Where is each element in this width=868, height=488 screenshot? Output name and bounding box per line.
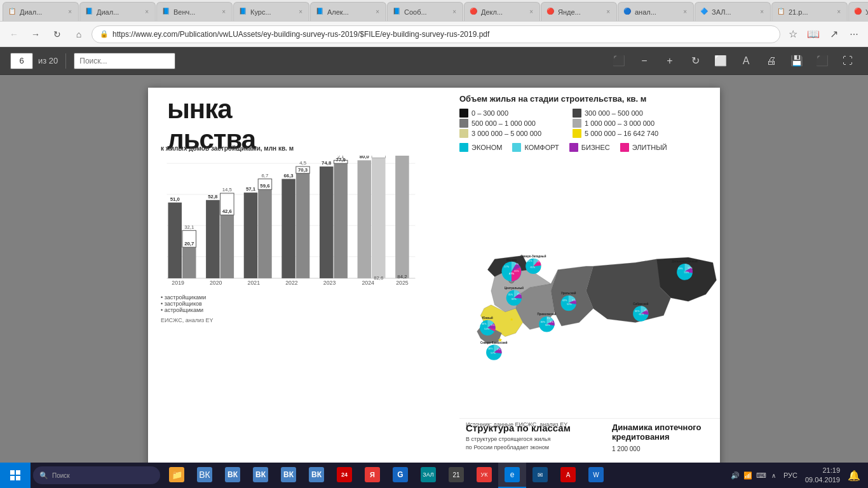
taskbar-app-edge[interactable]: e	[498, 463, 526, 488]
tab-9[interactable]: 🔵 анал... ×	[618, 2, 694, 21]
tab-3[interactable]: 📘 Венч... ×	[156, 2, 233, 21]
svg-text:60%: 60%	[512, 297, 517, 301]
rotation-button[interactable]: ↻	[685, 51, 705, 71]
tab-close-5[interactable]: ×	[374, 8, 381, 16]
zoom-out-button[interactable]: −	[634, 51, 654, 71]
taskbar-app-zal[interactable]: ЗАЛ	[414, 463, 442, 488]
taskbar-app-vk5[interactable]: ВК	[302, 463, 330, 488]
pie-north-caucasus: Северо-Кавказский 57% 38% 2%	[480, 341, 508, 360]
vk-icon-1: ВК	[197, 467, 212, 482]
svg-text:★: ★	[498, 337, 503, 343]
taskbar-app-google[interactable]: G	[386, 463, 414, 488]
comfort-label: КОМФОРТ	[524, 144, 559, 151]
taskbar-app-vk3[interactable]: ВК	[247, 463, 275, 488]
taskbar-search[interactable]: 🔍 Поиск	[33, 466, 160, 484]
taskbar-app-21[interactable]: 21	[442, 463, 470, 488]
tab-5[interactable]: 📘 Алек... ×	[310, 2, 386, 21]
svg-text:12%: 12%	[688, 266, 693, 269]
favorite-button[interactable]: ☆	[784, 25, 802, 43]
taskbar-app-vk4[interactable]: ВК	[275, 463, 302, 488]
tab-close-2[interactable]: ×	[144, 8, 150, 16]
save-button[interactable]: 💾	[787, 51, 807, 71]
structure-title: Структура по классам	[466, 423, 599, 433]
taskbar-app-vk1[interactable]: ВК	[191, 463, 219, 488]
legend-item-1: 0 – 300 000	[459, 109, 562, 118]
back-button[interactable]: ←	[5, 25, 23, 43]
taskbar-expand-button[interactable]: ∧	[771, 472, 776, 479]
taskbar-app-word[interactable]: W	[582, 463, 610, 488]
menu-button[interactable]: ···	[845, 25, 863, 43]
tab-label-3: Венч...	[173, 8, 218, 16]
svg-text:25%: 25%	[527, 259, 532, 262]
tab-2[interactable]: 📘 Диал... ×	[79, 2, 156, 21]
tab-11[interactable]: 📋 21.р... ×	[771, 2, 848, 21]
fullscreen-button[interactable]: ⛶	[837, 51, 858, 71]
reading-mode-button[interactable]: 📖	[804, 25, 822, 43]
taskbar-app-24[interactable]: 24	[330, 463, 358, 488]
taskbar-app-yandex[interactable]: Я	[358, 463, 386, 488]
tab-close-8[interactable]: ×	[605, 8, 611, 16]
legend-class: ЭКОНОМ КОМФОРТ БИЗНЕС ЭЛИТНЫЙ	[459, 143, 675, 152]
refresh-button[interactable]: ↻	[48, 25, 66, 43]
select-tool-button[interactable]: ⬜	[710, 51, 731, 71]
address-text: https://www.ey.com/Publication/vwLUAsset…	[112, 30, 772, 39]
svg-text:9%: 9%	[537, 260, 541, 263]
home-button[interactable]: ⌂	[70, 25, 88, 43]
pdf-search-box[interactable]	[74, 53, 175, 69]
tab-7[interactable]: 🔴 Декл... ×	[464, 2, 540, 21]
taskbar-app-outlook[interactable]: ✉	[526, 463, 554, 488]
bar-chart-svg: 51,0 20,7 32,1 2019 52,8 42,6	[148, 156, 428, 289]
taskbar-app-uk[interactable]: УК	[470, 463, 498, 488]
tab-close-9[interactable]: ×	[682, 8, 688, 16]
fit-page-button[interactable]: ⬛	[609, 51, 629, 71]
system-tray-icons: 🔊 📶 ⌨	[731, 471, 766, 480]
tab-10[interactable]: 🔷 ЗАЛ... ×	[695, 2, 771, 21]
tab-close-1[interactable]: ×	[67, 8, 73, 16]
svg-text:36%: 36%	[482, 322, 487, 325]
tab-label-1: Диал...	[20, 8, 64, 16]
text-tool-button[interactable]: A	[736, 51, 756, 71]
tab-favicon-8: 🔴	[546, 8, 555, 17]
zoom-in-button[interactable]: +	[660, 51, 680, 71]
tab-close-3[interactable]: ×	[220, 8, 227, 16]
svg-text:20,7: 20,7	[184, 241, 194, 247]
legend-item-6: 5 000 000 – 16 642 740	[573, 129, 675, 138]
print-button[interactable]: 🖨	[761, 51, 782, 71]
region-ural	[551, 266, 593, 326]
uk-icon: УК	[477, 467, 492, 482]
share-button[interactable]: ↗	[825, 25, 843, 43]
pdf-page-input[interactable]	[10, 53, 33, 69]
pdf-search-input[interactable]	[79, 57, 170, 65]
svg-text:2022: 2022	[285, 280, 298, 286]
lock-icon: 🔒	[100, 30, 109, 38]
yandex-icon: Я	[365, 467, 380, 482]
tab-1[interactable]: 📋 Диал... ×	[3, 2, 79, 21]
elite-label: ЭЛИТНЫЙ	[632, 144, 667, 151]
address-bar[interactable]: 🔒 https://www.ey.com/Publication/vwLUAss…	[92, 25, 780, 43]
tab-label-8: Янде...	[558, 8, 602, 16]
browser-window: 📋 Диал... × 📘 Диал... × 📘 Венч... × 📘 Ку…	[0, 0, 868, 463]
tab-favicon-5: 📘	[316, 8, 325, 17]
tab-close-4[interactable]: ×	[297, 8, 304, 16]
tab-label-5: Алек...	[327, 8, 372, 16]
svg-text:36%: 36%	[540, 320, 545, 323]
tab-12[interactable]: 🔴 УК «... ×	[848, 2, 868, 21]
tab-4[interactable]: 📘 Курс... ×	[233, 2, 309, 21]
svg-text:32,1: 32,1	[184, 224, 194, 230]
tab-close-7[interactable]: ×	[528, 8, 534, 16]
tab-6[interactable]: 📘 Сооб... ×	[387, 2, 463, 21]
forward-button[interactable]: →	[27, 25, 44, 43]
tab-8[interactable]: 🔴 Янде... ×	[541, 2, 617, 21]
legend-label-2: 300 000 – 500 000	[585, 109, 643, 117]
start-button[interactable]	[0, 463, 31, 488]
notification-button[interactable]: 🔔	[848, 470, 860, 482]
tab-close-11[interactable]: ×	[836, 8, 842, 16]
acrobat-icon: A	[560, 467, 576, 482]
taskbar-app-vk2[interactable]: ВК	[219, 463, 247, 488]
taskbar-app-file-explorer[interactable]: 📁	[163, 463, 191, 488]
more-tools-button[interactable]: ⬛	[812, 51, 832, 71]
taskbar-app-acrobat[interactable]: A	[554, 463, 582, 488]
tab-favicon-2: 📘	[85, 8, 94, 17]
tab-close-6[interactable]: ×	[451, 8, 458, 16]
tab-close-10[interactable]: ×	[759, 8, 765, 16]
